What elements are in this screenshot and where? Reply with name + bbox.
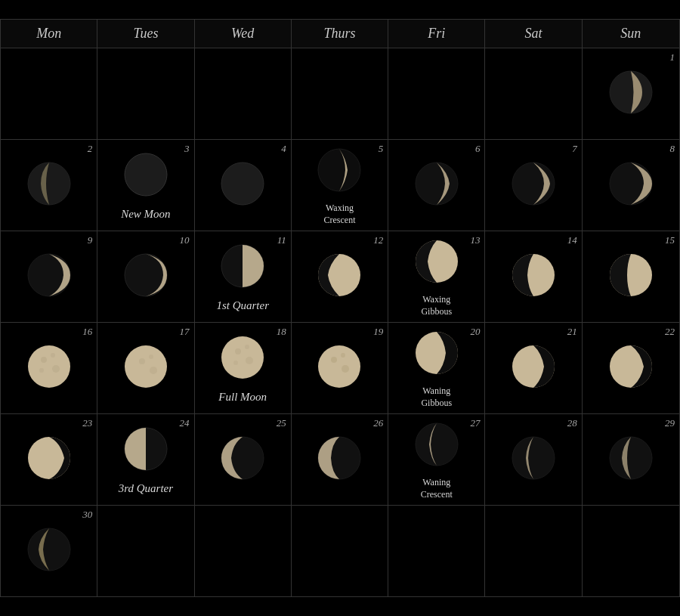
day-number: 3 <box>184 143 190 155</box>
phase-label: Full Moon <box>218 390 267 405</box>
calendar-cell-28: 28 <box>485 414 582 505</box>
calendar-row-2: 9 10 11 1st Quarter12 13 WaxingGibbous14… <box>1 231 679 323</box>
moon-phase-icon <box>604 340 657 396</box>
header-sun: Sun <box>583 20 679 48</box>
calendar-row-4: 23 24 3rd Quarter25 26 27 WaningCrescent… <box>1 414 679 506</box>
calendar-cell-18: 18 Full Moon <box>195 323 292 413</box>
calendar-cell-2: 2 <box>1 140 97 231</box>
day-number: 10 <box>180 234 190 246</box>
calendar-cell-29: 29 <box>583 414 679 505</box>
phase-label: WaningCrescent <box>421 477 453 500</box>
day-number: 13 <box>470 234 480 246</box>
moon-phase-icon <box>410 327 463 382</box>
calendar-cell-14: 14 <box>485 231 582 322</box>
svg-point-30 <box>331 357 337 363</box>
phase-label: 3rd Quarter <box>119 481 173 497</box>
svg-point-3 <box>221 163 264 205</box>
day-number: 18 <box>277 326 286 338</box>
phase-label: 1st Quarter <box>216 299 269 314</box>
calendar-cell-12: 12 <box>292 231 388 322</box>
day-number: 12 <box>373 234 383 246</box>
moon-phase-icon <box>119 340 172 396</box>
calendar-cell-empty <box>388 48 485 139</box>
day-number: 28 <box>567 417 577 429</box>
calendar-cell-11: 11 1st Quarter <box>195 231 292 322</box>
moon-phase-icon <box>507 340 560 396</box>
svg-point-18 <box>52 365 60 373</box>
day-number: 30 <box>82 509 92 521</box>
svg-point-32 <box>342 365 349 373</box>
calendar-cell-empty <box>1 48 97 139</box>
calendar-cell-empty <box>97 506 194 596</box>
calendar-cell-empty <box>292 48 388 139</box>
moon-phase-icon <box>604 157 657 213</box>
moon-phase-icon <box>216 331 269 387</box>
svg-point-23 <box>150 367 157 374</box>
day-number: 16 <box>82 326 92 338</box>
svg-point-42 <box>610 437 652 479</box>
header-thurs: Thurs <box>292 20 388 48</box>
calendar-cell-5: 5 WaxingCrescent <box>292 140 388 231</box>
calendar-cell-empty <box>195 48 292 139</box>
day-number: 1 <box>670 51 675 63</box>
day-number: 20 <box>470 326 480 338</box>
phase-label: WaningGibbous <box>421 385 452 409</box>
calendar-cell-6: 6 <box>388 140 485 231</box>
day-number: 11 <box>277 234 286 246</box>
day-number: 19 <box>373 326 383 338</box>
calendar-row-1: 2 3 New Moon4 5 WaxingCrescent6 7 8 <box>1 140 679 231</box>
svg-point-24 <box>221 336 264 379</box>
day-number: 22 <box>665 326 675 338</box>
moon-calendar: MonTuesWedThursFriSatSun 1 2 3 New Moon4… <box>0 19 680 597</box>
header-mon: Mon <box>1 20 97 48</box>
moon-phase-icon <box>216 432 269 488</box>
svg-point-0 <box>610 71 652 113</box>
calendar-cell-empty <box>583 506 679 596</box>
moon-phase-icon <box>23 432 76 488</box>
calendar-cell-30: 30 <box>1 506 97 596</box>
svg-point-5 <box>416 163 458 205</box>
svg-point-17 <box>51 353 55 358</box>
calendar-row-0: 1 <box>1 48 679 140</box>
moon-phase-icon <box>410 157 463 213</box>
phase-label: New Moon <box>121 207 170 222</box>
svg-point-29 <box>318 345 360 388</box>
svg-point-4 <box>318 149 360 191</box>
moon-phase-icon <box>313 249 366 305</box>
phase-label: WaxingGibbous <box>421 294 452 317</box>
day-number: 26 <box>373 417 383 429</box>
day-number: 29 <box>665 417 675 429</box>
moon-phase-icon <box>313 340 366 396</box>
calendar-cell-10: 10 <box>97 231 194 322</box>
calendar-cell-26: 26 <box>292 414 388 505</box>
calendar-cell-20: 20 WaningGibbous <box>388 323 485 413</box>
svg-point-40 <box>416 423 458 466</box>
moon-phase-icon <box>119 249 172 305</box>
day-number: 6 <box>475 143 481 155</box>
calendar-cell-21: 21 <box>485 323 582 413</box>
day-number: 25 <box>277 417 286 429</box>
moon-phase-icon <box>313 432 366 488</box>
svg-point-19 <box>39 368 44 373</box>
calendar-row-5: 30 <box>1 506 679 596</box>
calendar-cell-17: 17 <box>97 323 194 413</box>
moon-phase-icon <box>604 66 657 122</box>
day-number: 4 <box>281 143 286 155</box>
day-number: 21 <box>567 326 577 338</box>
svg-point-16 <box>41 357 47 363</box>
svg-point-15 <box>28 345 70 388</box>
header-wed: Wed <box>195 20 292 48</box>
day-number: 7 <box>572 143 577 155</box>
calendar-cell-4: 4 <box>195 140 292 231</box>
day-number: 5 <box>379 143 384 155</box>
calendar-cell-empty <box>97 48 194 139</box>
header-fri: Fri <box>388 20 485 48</box>
moon-phase-icon <box>23 249 76 305</box>
calendar-cell-27: 27 WaningCrescent <box>388 414 485 505</box>
calendar-cell-empty <box>485 506 582 596</box>
calendar-cell-13: 13 WaxingGibbous <box>388 231 485 322</box>
moon-phase-icon <box>604 432 657 488</box>
svg-point-20 <box>125 345 167 388</box>
moon-phase-icon <box>23 340 76 396</box>
day-number: 23 <box>82 417 92 429</box>
